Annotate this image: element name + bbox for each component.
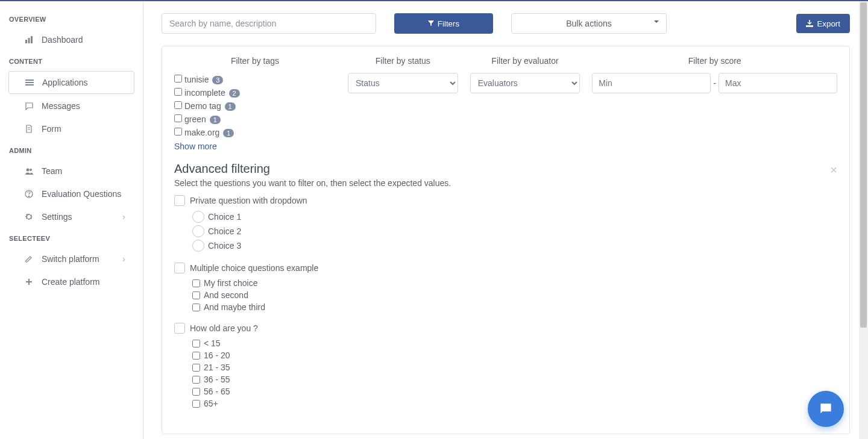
option-checkbox[interactable] (192, 376, 200, 384)
tag-checkbox[interactable] (174, 75, 182, 83)
svg-point-6 (27, 169, 30, 172)
option-label: 21 - 35 (204, 363, 230, 372)
question-option[interactable]: 36 - 55 (192, 373, 837, 385)
tag-label: incomplete (184, 88, 228, 98)
svg-rect-4 (25, 82, 34, 83)
sidebar-item-label: Form (42, 124, 61, 134)
question-option[interactable]: And second (192, 289, 837, 301)
chevron-right-icon: › (122, 212, 125, 222)
radio-input[interactable] (192, 240, 204, 252)
advanced-filtering: × Advanced filtering Select the question… (174, 162, 837, 409)
question-option[interactable]: 65+ (192, 397, 837, 409)
question-option[interactable]: 21 - 35 (192, 361, 837, 373)
main-content: Filters Bulk actions Export Filter by ta… (143, 1, 868, 439)
sidebar-item-settings[interactable]: Settings› (8, 206, 134, 228)
option-checkbox[interactable] (192, 279, 200, 287)
tag-checkbox[interactable] (174, 114, 182, 122)
sidebar-section-header: CONTENT (0, 52, 143, 70)
sidebar-item-evaluation[interactable]: Evaluation Questions (8, 183, 134, 205)
scrollbar[interactable] (859, 1, 868, 439)
question-option[interactable]: Choice 2 (192, 224, 837, 238)
sidebar-section-header: SELECTEEV (0, 229, 143, 247)
search-input[interactable] (162, 13, 376, 34)
question-option[interactable]: Choice 1 (192, 210, 837, 224)
close-icon[interactable]: × (830, 163, 837, 177)
filters-button[interactable]: Filters (394, 13, 493, 34)
sidebar-item-form[interactable]: Form (8, 118, 134, 140)
option-checkbox[interactable] (192, 291, 200, 299)
export-button[interactable]: Export (796, 14, 850, 33)
option-checkbox[interactable] (192, 388, 200, 396)
sidebar-item-team[interactable]: Team (8, 160, 134, 182)
option-label: And maybe third (204, 302, 265, 312)
sidebar-item-switch[interactable]: Switch platform› (8, 248, 134, 270)
filter-score-header: Filter by score (592, 56, 837, 66)
filter-evaluator-header: Filter by evaluator (470, 56, 580, 66)
score-min-input[interactable] (592, 73, 711, 93)
question-label: Multiple choice questions example (190, 263, 318, 273)
status-select[interactable]: Status (348, 73, 458, 93)
scrollbar-thumb[interactable] (860, 2, 867, 328)
question-enable-checkbox[interactable] (174, 263, 185, 273)
sidebar-section-header: ADMIN (0, 141, 143, 159)
question-enable-checkbox[interactable] (174, 195, 185, 206)
sidebar-item-label: Applications (42, 78, 88, 87)
option-label: Choice 2 (208, 226, 241, 236)
toolbar: Filters Bulk actions Export (162, 13, 850, 34)
sidebar-item-create[interactable]: Create platform (8, 271, 134, 293)
edit-icon (25, 255, 36, 263)
filter-panel: Filter by tags tunisie 3incomplete 2Demo… (162, 46, 850, 434)
question-option[interactable]: 16 - 20 (192, 349, 837, 361)
score-separator: - (713, 78, 716, 88)
question-option[interactable]: Choice 3 (192, 238, 837, 253)
filter-icon (428, 20, 434, 26)
show-more-link[interactable]: Show more (174, 142, 217, 151)
radio-input[interactable] (192, 211, 204, 223)
tag-count-badge: 1 (210, 116, 221, 124)
option-label: And second (204, 290, 248, 300)
svg-rect-12 (806, 25, 813, 26)
tag-label: tunisie (184, 75, 211, 84)
option-checkbox[interactable] (192, 340, 200, 347)
sidebar-item-messages[interactable]: Messages (8, 95, 134, 117)
tag-filter-item[interactable]: green 1 (174, 113, 336, 126)
tag-checkbox[interactable] (174, 128, 182, 135)
tag-filter-item[interactable]: tunisie 3 (174, 73, 336, 86)
question-option[interactable]: And maybe third (192, 301, 837, 313)
option-checkbox[interactable] (192, 304, 200, 311)
option-label: < 15 (204, 338, 221, 348)
question-label: Private question with dropdown (190, 196, 307, 205)
radio-input[interactable] (192, 225, 204, 237)
tag-count-badge: 3 (212, 76, 223, 84)
question-enable-checkbox[interactable] (174, 323, 185, 334)
bulk-actions-dropdown[interactable]: Bulk actions (511, 13, 667, 34)
option-checkbox[interactable] (192, 400, 200, 408)
tag-label: Demo tag (184, 101, 224, 111)
sidebar-section-header: OVERVIEW (0, 10, 143, 28)
question-option[interactable]: My first choice (192, 277, 837, 289)
tag-checkbox[interactable] (174, 101, 182, 109)
sidebar-item-applications[interactable]: Applications (8, 71, 134, 94)
option-checkbox[interactable] (192, 352, 200, 360)
tag-checkbox[interactable] (174, 88, 182, 96)
advanced-title: Advanced filtering (174, 162, 837, 176)
svg-rect-11 (26, 281, 32, 282)
sidebar-item-dashboard[interactable]: Dashboard (8, 29, 134, 51)
question-option[interactable]: 56 - 65 (192, 385, 837, 397)
option-checkbox[interactable] (192, 364, 200, 372)
gear-icon (25, 213, 36, 221)
tag-filter-item[interactable]: incomplete 2 (174, 86, 336, 99)
question-option[interactable]: < 15 (192, 337, 837, 349)
evaluator-select[interactable]: Evaluators (470, 73, 580, 93)
svg-point-9 (28, 196, 29, 196)
question-block: Private question with dropdownChoice 1Ch… (174, 195, 837, 253)
svg-rect-1 (28, 38, 30, 43)
question-block: How old are you ?< 1516 - 2021 - 3536 - … (174, 323, 837, 409)
tag-filter-item[interactable]: Demo tag 1 (174, 99, 336, 113)
option-label: Choice 1 (208, 212, 241, 222)
score-max-input[interactable] (719, 73, 837, 93)
tag-filter-item[interactable]: make.org 1 (174, 126, 336, 139)
chat-button[interactable] (808, 391, 844, 427)
users-icon (25, 167, 36, 175)
list-icon (25, 78, 36, 87)
